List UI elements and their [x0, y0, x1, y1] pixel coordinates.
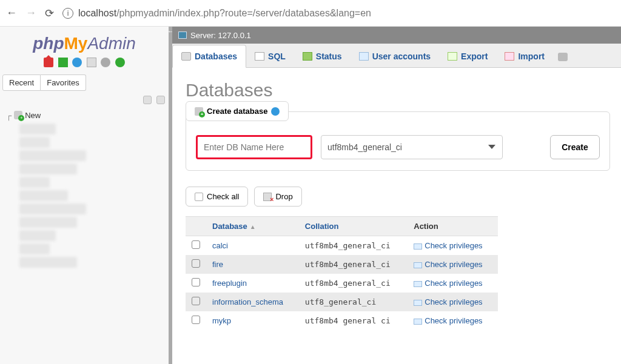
- browser-bar: ← → ⟳ i localhost/phpmyadmin/index.php?r…: [0, 0, 621, 27]
- database-tree: ┌ New: [0, 107, 169, 268]
- database-icon: [181, 52, 191, 61]
- tab-status[interactable]: Status: [294, 45, 351, 67]
- tree-item[interactable]: [19, 230, 56, 241]
- database-link[interactable]: fire: [212, 260, 223, 269]
- row-collation: utf8mb4_general_ci: [299, 274, 408, 293]
- status-icon: [303, 52, 312, 61]
- url-host: localhost: [78, 8, 116, 18]
- tree-item[interactable]: [19, 243, 50, 254]
- create-database-panel: Create database utf8mb4_general_ci Creat…: [186, 111, 610, 171]
- privileges-icon: [414, 281, 422, 287]
- drop-button[interactable]: Drop: [254, 187, 301, 207]
- row-collation: utf8mb4_general_ci: [299, 255, 408, 274]
- top-nav: Databases SQL Status User accounts Expor…: [172, 44, 621, 68]
- tab-sql[interactable]: SQL: [246, 45, 294, 67]
- tree-item[interactable]: [19, 164, 77, 174]
- table-row: mykputf8mb4 general ciCheck privileges: [186, 311, 498, 330]
- server-breadcrumb[interactable]: Server: 127.0.0.1: [172, 27, 621, 44]
- database-link[interactable]: mykp: [212, 316, 231, 325]
- check-privileges-link[interactable]: Check privileges: [425, 241, 482, 250]
- logout-icon[interactable]: [58, 58, 68, 67]
- browser-forward-button[interactable]: →: [25, 7, 36, 19]
- table-row: calciutf8mb4_general_ciCheck privileges: [186, 236, 498, 256]
- reload-icon[interactable]: [115, 58, 125, 67]
- tree-item[interactable]: [19, 150, 86, 161]
- site-info-icon[interactable]: i: [62, 8, 73, 19]
- sidebar-resize-handle[interactable]: [169, 27, 172, 364]
- wrench-icon: [558, 53, 568, 61]
- sort-asc-icon: ▲: [250, 223, 256, 230]
- row-collation: utf8mb4_general_ci: [299, 236, 408, 256]
- database-link[interactable]: information_schema: [212, 297, 283, 306]
- new-db-icon: [14, 111, 22, 119]
- row-checkbox[interactable]: [192, 316, 200, 324]
- create-db-icon: [195, 107, 203, 116]
- col-collation[interactable]: Collation: [299, 217, 408, 236]
- check-privileges-link[interactable]: Check privileges: [425, 297, 482, 306]
- tree-item[interactable]: [19, 257, 77, 268]
- tab-user-accounts[interactable]: User accounts: [351, 45, 439, 67]
- recent-favorites-tabs: Recent Favorites: [2, 74, 169, 91]
- drop-icon: [263, 193, 272, 201]
- tab-export[interactable]: Export: [439, 45, 496, 67]
- check-all-checkbox[interactable]: [195, 193, 203, 201]
- tree-item[interactable]: [19, 217, 77, 228]
- sql-docs-icon[interactable]: [87, 58, 96, 67]
- main-panel: Server: 127.0.0.1 Databases SQL Status U…: [169, 27, 621, 364]
- import-icon: [505, 52, 514, 61]
- tab-databases[interactable]: Databases: [172, 45, 246, 68]
- create-button[interactable]: Create: [550, 135, 600, 159]
- database-link[interactable]: calci: [212, 241, 228, 250]
- settings-icon[interactable]: [101, 58, 110, 67]
- check-privileges-link[interactable]: Check privileges: [425, 316, 482, 325]
- users-icon: [359, 52, 369, 61]
- home-icon[interactable]: [44, 58, 53, 67]
- row-checkbox[interactable]: [192, 297, 200, 305]
- tree-item[interactable]: [19, 190, 68, 201]
- url-path: /phpmyadmin/index.php?route=/server/data…: [116, 8, 371, 18]
- new-database-link[interactable]: ┌ New: [6, 110, 169, 121]
- col-database[interactable]: Database▲: [206, 217, 299, 236]
- page-title: Databases: [186, 80, 610, 101]
- check-privileges-link[interactable]: Check privileges: [425, 260, 482, 269]
- row-checkbox[interactable]: [192, 278, 200, 286]
- tab-more[interactable]: [553, 47, 572, 67]
- row-checkbox[interactable]: [192, 240, 200, 249]
- table-row: freepluginutf8mb4_general_ciCheck privil…: [186, 274, 498, 293]
- server-icon: [178, 31, 187, 39]
- help-icon[interactable]: [271, 107, 280, 116]
- collation-select[interactable]: utf8mb4_general_ci: [321, 135, 503, 159]
- row-collation: utf8mb4 general ci: [299, 311, 408, 330]
- col-action: Action: [408, 217, 498, 236]
- collapse-tree-icon[interactable]: [143, 96, 152, 104]
- browser-back-button[interactable]: ←: [6, 7, 17, 19]
- check-all-button[interactable]: Check all: [186, 187, 248, 207]
- create-database-header: Create database: [186, 101, 289, 121]
- tree-item[interactable]: [19, 124, 56, 134]
- sql-icon: [255, 52, 264, 61]
- tree-item[interactable]: [19, 177, 50, 188]
- export-icon: [448, 52, 457, 61]
- privileges-icon: [414, 243, 422, 250]
- check-privileges-link[interactable]: Check privileges: [425, 279, 482, 288]
- database-link[interactable]: freeplugin: [212, 279, 247, 288]
- row-collation: utf8_general_ci: [299, 293, 408, 311]
- tab-recent[interactable]: Recent: [2, 74, 41, 91]
- tree-item[interactable]: [19, 204, 86, 214]
- database-name-input[interactable]: [196, 135, 312, 159]
- address-bar[interactable]: i localhost/phpmyadmin/index.php?route=/…: [62, 8, 371, 19]
- tab-favorites[interactable]: Favorites: [41, 74, 86, 91]
- table-row: information_schemautf8_general_ciCheck p…: [186, 293, 498, 311]
- privileges-icon: [414, 262, 422, 268]
- sidebar: phpMyAdmin Recent Favorites ┌ New: [0, 27, 169, 364]
- logo-toolbar: [0, 57, 169, 72]
- databases-table: Database▲ Collation Action calciutf8mb4_…: [186, 216, 498, 330]
- row-checkbox[interactable]: [192, 259, 200, 268]
- docs-icon[interactable]: [72, 58, 82, 67]
- tree-item[interactable]: [19, 137, 50, 148]
- privileges-icon: [414, 319, 422, 325]
- link-tree-icon[interactable]: [156, 96, 165, 104]
- phpmyadmin-logo[interactable]: phpMyAdmin: [0, 27, 169, 57]
- tab-import[interactable]: Import: [496, 45, 553, 67]
- browser-reload-button[interactable]: ⟳: [45, 7, 54, 20]
